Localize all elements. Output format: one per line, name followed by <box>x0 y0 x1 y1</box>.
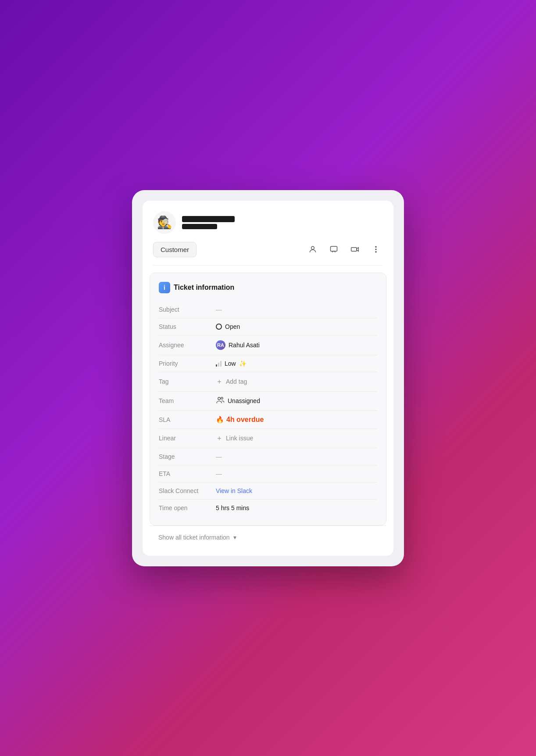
chat-bubble-icon <box>329 245 338 254</box>
value-time-open: 5 hrs 5 mins <box>216 504 249 511</box>
row-time-open: Time open 5 hrs 5 mins <box>159 499 377 516</box>
value-eta: — <box>216 470 222 477</box>
toolbar-row: Customer <box>153 242 383 266</box>
row-team[interactable]: Team Unassigned <box>159 391 377 410</box>
row-linear[interactable]: Linear ＋ Link issue <box>159 428 377 448</box>
view-in-slack-link[interactable]: View in Slack <box>216 487 252 494</box>
value-subject: — <box>216 306 222 313</box>
more-vertical-button[interactable] <box>369 242 383 256</box>
row-stage: Stage — <box>159 448 377 465</box>
ticket-info-heading: Ticket information <box>174 284 234 292</box>
show-all-row[interactable]: Show all ticket information ▾ <box>150 526 386 549</box>
label-eta: ETA <box>159 470 216 477</box>
row-assignee[interactable]: Assignee RA Rahul Asati <box>159 335 377 355</box>
svg-rect-1 <box>331 246 337 251</box>
chevron-down-icon: ▾ <box>233 534 236 541</box>
profile-info <box>182 216 235 229</box>
value-team: Unassigned <box>216 396 260 406</box>
person-icon-button[interactable] <box>306 242 320 256</box>
svg-point-3 <box>375 246 376 247</box>
svg-point-5 <box>375 252 376 252</box>
chat-icon-button[interactable] <box>327 242 341 256</box>
toolbar-icons <box>306 242 383 256</box>
row-status[interactable]: Status Open <box>159 318 377 335</box>
info-section-icon: i <box>159 282 170 293</box>
value-slack-connect: View in Slack <box>216 487 252 494</box>
svg-rect-2 <box>351 248 357 251</box>
svg-point-0 <box>311 246 314 249</box>
label-tag: Tag <box>159 378 216 385</box>
row-eta: ETA — <box>159 465 377 482</box>
value-stage: — <box>216 453 222 460</box>
team-people-icon <box>216 396 225 406</box>
value-assignee: RA Rahul Asati <box>216 340 260 350</box>
value-priority: Low ✨ <box>216 360 247 367</box>
ticket-info-card: i Ticket information Subject — Status Op… <box>150 273 386 526</box>
card-inner: 🕵️ Customer <box>143 201 393 556</box>
row-slack-connect[interactable]: Slack Connect View in Slack <box>159 482 377 499</box>
show-all-text: Show all ticket information <box>158 534 230 541</box>
video-icon <box>350 245 359 254</box>
priority-bars-icon <box>216 360 222 367</box>
name-bar-secondary <box>182 224 217 229</box>
label-sla: SLA <box>159 416 216 423</box>
priority-bar-1 <box>216 364 217 367</box>
more-vertical-icon <box>372 245 380 254</box>
fire-icon: 🔥 <box>216 416 224 424</box>
value-linear: ＋ Link issue <box>216 434 253 443</box>
video-icon-button[interactable] <box>348 242 362 256</box>
assignee-avatar: RA <box>216 340 225 350</box>
status-open-circle <box>216 324 222 330</box>
sparkle-icon: ✨ <box>239 360 247 367</box>
svg-point-7 <box>221 397 223 399</box>
header-section: 🕵️ Customer <box>143 201 393 266</box>
svg-point-6 <box>218 397 221 400</box>
person-icon <box>308 245 317 254</box>
label-linear: Linear <box>159 435 216 442</box>
label-subject: Subject <box>159 306 216 313</box>
avatar: 🕵️ <box>153 211 176 234</box>
add-linear-plus-icon: ＋ <box>216 434 223 443</box>
customer-badge-button[interactable]: Customer <box>153 242 197 257</box>
label-priority: Priority <box>159 360 216 367</box>
value-status: Open <box>216 323 240 330</box>
add-tag-plus-icon: ＋ <box>216 377 223 386</box>
row-priority[interactable]: Priority Low ✨ <box>159 355 377 372</box>
row-tag[interactable]: Tag ＋ Add tag <box>159 372 377 391</box>
row-sla[interactable]: SLA 🔥 4h overdue <box>159 410 377 428</box>
ticket-info-title: i Ticket information <box>159 282 377 293</box>
svg-point-4 <box>375 249 376 250</box>
priority-bar-2 <box>218 363 219 367</box>
value-tag: ＋ Add tag <box>216 377 247 386</box>
value-sla: 🔥 4h overdue <box>216 416 264 424</box>
label-status: Status <box>159 323 216 330</box>
profile-row: 🕵️ <box>153 211 383 234</box>
name-bar-primary <box>182 216 235 222</box>
label-team: Team <box>159 397 216 404</box>
label-assignee: Assignee <box>159 342 216 349</box>
row-subject: Subject — <box>159 301 377 318</box>
label-stage: Stage <box>159 453 216 460</box>
label-slack-connect: Slack Connect <box>159 487 216 494</box>
label-time-open: Time open <box>159 504 216 511</box>
card-outer: 🕵️ Customer <box>132 190 404 566</box>
priority-bar-3 <box>220 361 222 367</box>
